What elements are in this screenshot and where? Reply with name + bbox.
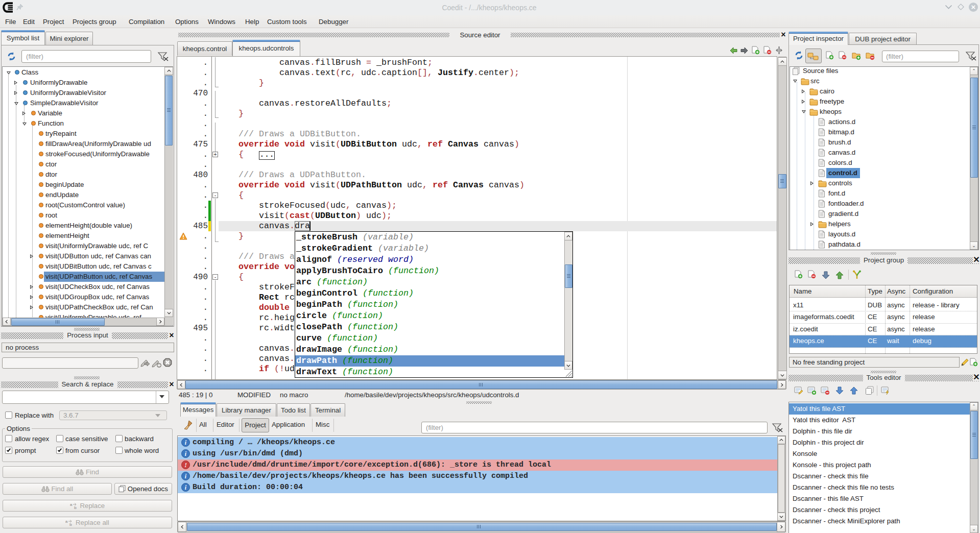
svg-text:b: b [74, 505, 77, 510]
svg-text:a: a [65, 519, 68, 524]
svg-text:a: a [70, 502, 73, 507]
svg-text:b: b [69, 522, 72, 526]
